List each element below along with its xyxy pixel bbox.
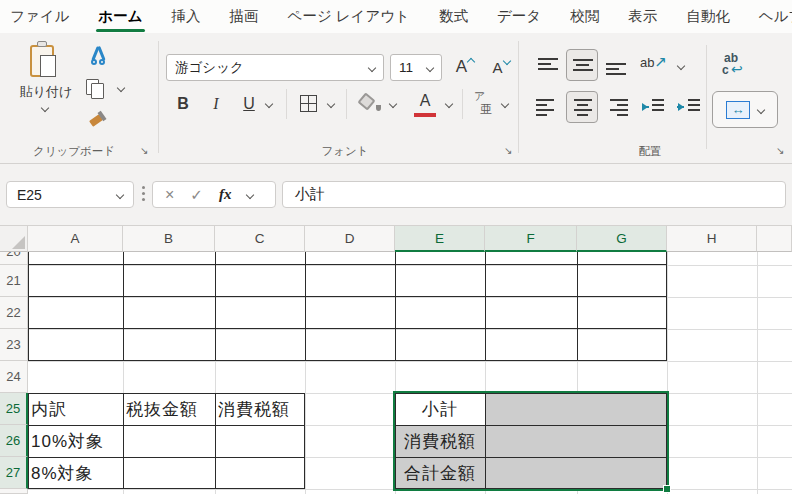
bold-button[interactable]: B bbox=[172, 91, 194, 117]
column-header-c[interactable]: C bbox=[215, 226, 305, 252]
tab-insert[interactable]: 挿入 bbox=[170, 1, 203, 32]
ribbon: 貼り付け クリップボード ↘ 游ゴシック 11 A bbox=[0, 33, 792, 164]
alignment-dialog-launcher[interactable]: ↘ bbox=[776, 145, 788, 157]
row-header-23[interactable]: 23 bbox=[0, 329, 28, 361]
row-header-22[interactable]: 22 bbox=[0, 297, 28, 329]
gridline bbox=[28, 329, 792, 330]
cut-button[interactable] bbox=[86, 45, 110, 67]
active-tab-underline bbox=[96, 29, 144, 32]
group-separator2 bbox=[518, 41, 519, 153]
row-header-25[interactable]: 25 bbox=[0, 393, 28, 425]
increase-indent-icon[interactable] bbox=[676, 97, 702, 117]
gridline bbox=[28, 265, 792, 266]
spreadsheet-grid: A B C D E F G H 20 21 22 23 24 25 26 27 bbox=[0, 226, 792, 494]
paste-dropdown-chevron[interactable] bbox=[41, 104, 49, 112]
row-header-21[interactable]: 21 bbox=[0, 265, 28, 297]
tab-help[interactable]: ヘルプ bbox=[757, 1, 792, 32]
fill-color-button[interactable] bbox=[358, 93, 382, 115]
gridline bbox=[28, 489, 792, 490]
column-header-g[interactable]: G bbox=[577, 226, 667, 252]
decrease-indent-icon[interactable] bbox=[640, 97, 666, 117]
tab-automate[interactable]: 自動化 bbox=[684, 1, 732, 32]
borders-icon[interactable] bbox=[300, 95, 317, 112]
orientation-button[interactable]: ab↗ bbox=[640, 53, 674, 79]
align-left-icon[interactable] bbox=[534, 97, 558, 117]
cell-a25[interactable]: 内訳 bbox=[31, 394, 121, 424]
phonetic-button[interactable]: ア 亜 bbox=[472, 89, 498, 119]
column-header-f[interactable]: F bbox=[485, 226, 577, 252]
enter-icon[interactable]: ✓ bbox=[190, 186, 203, 204]
clipboard-dialog-launcher[interactable]: ↘ bbox=[140, 145, 152, 157]
font-name-combo[interactable]: 游ゴシック bbox=[166, 54, 384, 81]
cell-a27[interactable]: 8%対象 bbox=[31, 458, 121, 488]
cell-a26[interactable]: 10%対象 bbox=[31, 426, 121, 456]
align-middle-icon bbox=[571, 56, 595, 76]
tab-review[interactable]: 校閲 bbox=[568, 1, 601, 32]
select-all-corner[interactable] bbox=[0, 226, 28, 252]
font-group-separator3 bbox=[462, 89, 463, 119]
tab-view[interactable]: 表示 bbox=[626, 1, 659, 32]
orientation-dropdown-chevron[interactable] bbox=[677, 62, 685, 70]
column-header-b[interactable]: B bbox=[123, 226, 215, 252]
merge-dropdown-chevron bbox=[757, 105, 765, 113]
insert-function-icon[interactable]: fx bbox=[219, 186, 232, 203]
selection-fill-handle[interactable] bbox=[663, 485, 671, 493]
row-header-27[interactable]: 27 bbox=[0, 457, 28, 489]
cell-e26[interactable]: 消費税額 bbox=[397, 426, 483, 456]
copy-dropdown-chevron[interactable] bbox=[117, 84, 125, 92]
borders-dropdown-chevron[interactable] bbox=[327, 100, 335, 108]
tab-file[interactable]: ファイル bbox=[8, 1, 71, 32]
align-center-button-selected[interactable] bbox=[566, 91, 598, 123]
underline-letter: U bbox=[243, 95, 255, 113]
italic-letter: I bbox=[213, 95, 218, 113]
cancel-icon[interactable]: × bbox=[165, 186, 174, 204]
underline-dropdown-chevron[interactable] bbox=[265, 100, 273, 108]
column-header-d[interactable]: D bbox=[305, 226, 395, 252]
row-header-24[interactable]: 24 bbox=[0, 361, 28, 393]
align-bottom-icon[interactable] bbox=[604, 59, 628, 79]
underline-button[interactable]: U bbox=[238, 91, 260, 117]
tab-draw[interactable]: 描画 bbox=[228, 1, 261, 32]
tab-data[interactable]: データ bbox=[495, 1, 543, 32]
font-color-button[interactable]: A bbox=[412, 89, 438, 117]
cell-e27[interactable]: 合計金額 bbox=[397, 458, 483, 488]
fill-color-drip-icon bbox=[376, 105, 381, 111]
fx-dropdown-chevron[interactable] bbox=[246, 190, 254, 198]
bold-letter: B bbox=[177, 95, 189, 113]
align-middle-button-selected[interactable] bbox=[566, 49, 598, 81]
merge-center-button[interactable] bbox=[712, 91, 778, 128]
font-color-dropdown-chevron[interactable] bbox=[445, 100, 453, 108]
fill-color-dropdown-chevron[interactable] bbox=[389, 100, 397, 108]
formula-input[interactable]: 小計 bbox=[282, 181, 786, 208]
increase-font-size-button[interactable]: A bbox=[450, 53, 480, 81]
tab-home[interactable]: ホーム bbox=[96, 1, 144, 32]
clipboard-group-label: クリップボード bbox=[14, 144, 134, 159]
name-box[interactable]: E25 bbox=[6, 181, 134, 208]
font-size-combo[interactable]: 11 bbox=[390, 54, 442, 81]
cell-b25[interactable]: 税抜金額 bbox=[126, 394, 213, 424]
decrease-font-size-button[interactable]: A bbox=[486, 53, 516, 81]
column-header-e[interactable]: E bbox=[395, 226, 485, 252]
column-header-h[interactable]: H bbox=[667, 226, 757, 252]
format-painter-button[interactable] bbox=[86, 109, 112, 133]
column-header-a[interactable]: A bbox=[28, 226, 123, 252]
wrap-text-button[interactable]: ab c ↩ bbox=[722, 51, 756, 81]
tab-page-layout[interactable]: ページ レイアウト bbox=[286, 1, 412, 32]
align-right-icon[interactable] bbox=[606, 97, 630, 117]
cell-e25-active[interactable]: 小計 bbox=[397, 394, 483, 424]
tab-formulas[interactable]: 数式 bbox=[437, 1, 470, 32]
align-top-icon[interactable] bbox=[536, 56, 560, 76]
phonetic-dropdown-chevron[interactable] bbox=[501, 100, 509, 108]
name-box-value: E25 bbox=[17, 187, 42, 203]
font-dialog-launcher[interactable]: ↘ bbox=[504, 145, 516, 157]
formula-bar-resize-dots[interactable] bbox=[142, 186, 145, 189]
cell-c25[interactable]: 消費税額 bbox=[218, 394, 303, 424]
copy-button[interactable] bbox=[84, 77, 110, 101]
row-header-26[interactable]: 26 bbox=[0, 425, 28, 457]
font-size-value: 11 bbox=[399, 60, 413, 75]
row-header-20[interactable]: 20 bbox=[0, 252, 28, 265]
italic-button[interactable]: I bbox=[205, 91, 227, 117]
paste-button[interactable]: 貼り付け bbox=[14, 41, 78, 133]
font-size-chevron bbox=[426, 63, 434, 71]
alignment-group-label: 配置 bbox=[595, 144, 705, 159]
